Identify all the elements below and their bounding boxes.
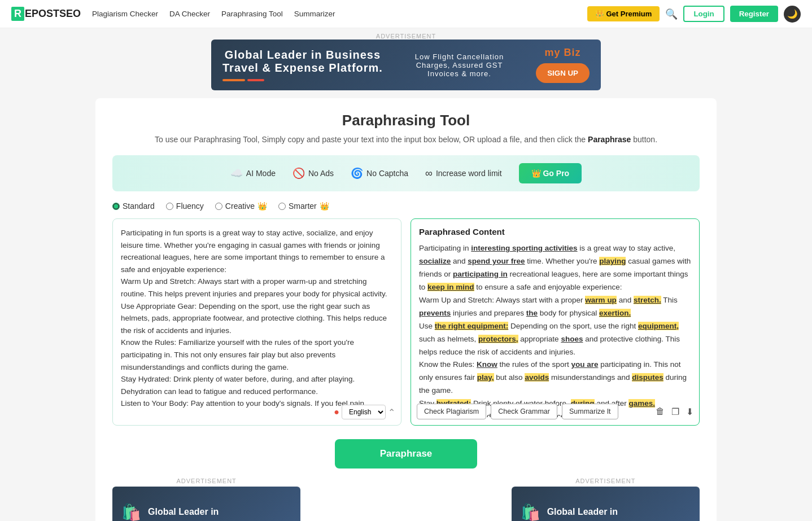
get-premium-button[interactable]: 👑 Get Premium — [587, 6, 660, 21]
register-button[interactable]: Register — [730, 6, 778, 22]
delete-icon[interactable]: 🗑 — [656, 406, 665, 417]
ad-banner-top: ADVERTISEMENT Global Leader in Business … — [0, 28, 812, 91]
login-button[interactable]: Login — [683, 6, 724, 22]
navbar: REPOSTSEO Plagiarism Checker DA Checker … — [0, 0, 812, 28]
nav-summarizer[interactable]: Summarizer — [294, 10, 335, 18]
mode-smarter-radio[interactable] — [278, 203, 286, 210]
red-dot-indicator: ● — [334, 407, 339, 417]
output-footer: Check Plagiarism Check Grammar Summarize… — [417, 404, 693, 419]
features-bar: ☁️ AI Mode 🚫 No Ads 🌀 No Captcha ∞ Incre… — [112, 155, 700, 191]
dark-mode-button[interactable]: 🌙 — [784, 6, 801, 23]
mode-radios: Standard Fluency Creative 👑 Smarter 👑 — [112, 202, 700, 211]
logo-rest: EPOSTSEO — [25, 8, 81, 20]
ad-bottom-right[interactable]: 🛍️ Global Leader in — [512, 487, 700, 521]
ad-bottom-right-text: Global Leader in — [547, 507, 618, 517]
ad-bottom-left[interactable]: 🛍️ Global Leader in — [112, 487, 300, 521]
page-title: Paraphrasing Tool — [112, 112, 700, 129]
nav-plagiarism-checker[interactable]: Plagiarism Checker — [92, 10, 158, 18]
navbar-links: Plagiarism Checker DA Checker Paraphrasi… — [92, 10, 576, 18]
chevron-icon: ⌃ — [388, 407, 395, 418]
language-select[interactable]: English — [342, 405, 386, 419]
paraphrase-button[interactable]: Paraphrase — [335, 439, 478, 469]
ad-bottom-right-label: ADVERTISEMENT — [512, 478, 700, 484]
mode-standard-radio[interactable] — [112, 203, 120, 210]
ad-center-spacer — [312, 478, 500, 521]
no-ads-label: No Ads — [308, 169, 334, 178]
feature-no-captcha: 🌀 No Captcha — [351, 167, 408, 179]
search-icon[interactable]: 🔍 — [665, 8, 678, 20]
ad-bottom-left-label: ADVERTISEMENT — [112, 478, 300, 484]
nav-da-checker[interactable]: DA Checker — [169, 10, 210, 18]
ads-bottom: ADVERTISEMENT 🛍️ Global Leader in ADVERT… — [112, 478, 700, 521]
go-pro-button[interactable]: 👑 Go Pro — [519, 163, 582, 183]
feature-word-limit: ∞ Increase word limit — [425, 168, 502, 179]
input-panel: ● English ⌃ — [112, 218, 401, 426]
mode-fluency-radio[interactable] — [166, 203, 173, 210]
navbar-actions: 👑 Get Premium 🔍 Login Register 🌙 — [587, 6, 801, 23]
output-action-buttons: Check Plagiarism Check Grammar Summarize… — [417, 404, 618, 419]
check-grammar-button[interactable]: Check Grammar — [491, 404, 557, 419]
mode-standard-label[interactable]: Standard — [112, 202, 155, 211]
download-icon[interactable]: ⬇ — [686, 406, 693, 417]
check-plagiarism-button[interactable]: Check Plagiarism — [417, 404, 486, 419]
paraphrase-btn-row: Paraphrase — [112, 439, 700, 469]
ad-top-text-left: Global Leader in Business Travel & Expen… — [222, 49, 383, 81]
ad-signup-button[interactable]: SIGN UP — [536, 63, 590, 83]
summarize-button[interactable]: Summarize It — [562, 404, 618, 419]
logo-r: R — [11, 7, 24, 21]
main-container: Paraphrasing Tool To use our Paraphrasin… — [95, 98, 717, 521]
editor-area: ● English ⌃ Paraphrased Content Particip… — [112, 218, 700, 426]
ai-mode-icon: ☁️ — [230, 167, 243, 179]
feature-ai-mode: ☁️ AI Mode — [230, 167, 276, 179]
output-content: Participating in interesting sporting ac… — [419, 242, 691, 417]
input-panel-footer: ● English ⌃ — [334, 405, 395, 419]
no-ads-icon: 🚫 — [293, 167, 305, 179]
no-captcha-icon: 🌀 — [351, 167, 363, 179]
ad-top-image[interactable]: Global Leader in Business Travel & Expen… — [211, 40, 601, 90]
output-utility-icons: 🗑 ❐ ⬇ — [656, 406, 693, 417]
copy-icon[interactable]: ❐ — [671, 406, 679, 417]
ad-top-label: ADVERTISEMENT — [376, 33, 436, 40]
logo[interactable]: REPOSTSEO — [11, 7, 81, 21]
output-header: Paraphrased Content — [419, 227, 691, 237]
mode-smarter-label[interactable]: Smarter 👑 — [278, 202, 329, 211]
mode-creative-label[interactable]: Creative 👑 — [215, 202, 267, 211]
ai-mode-label: AI Mode — [246, 169, 276, 178]
mode-fluency-label[interactable]: Fluency — [166, 202, 204, 211]
no-captcha-label: No Captcha — [366, 169, 408, 178]
mode-creative-radio[interactable] — [215, 203, 222, 210]
word-limit-icon: ∞ — [425, 168, 433, 179]
input-textarea[interactable] — [121, 227, 393, 408]
feature-no-ads: 🚫 No Ads — [293, 167, 334, 179]
nav-paraphrasing-tool[interactable]: Paraphrasing Tool — [221, 10, 283, 18]
ad-bottom-right-icon: 🛍️ — [521, 503, 540, 522]
ad-bottom-left-text: Global Leader in — [148, 507, 219, 517]
ad-top-brand: my Biz — [545, 47, 581, 59]
ad-top-text-right: Low Flight Cancellation Charges, Assured… — [415, 52, 504, 78]
word-limit-label: Increase word limit — [436, 169, 502, 178]
ad-bottom-left-icon: 🛍️ — [121, 503, 141, 522]
output-panel: Paraphrased Content Participating in int… — [411, 218, 700, 426]
page-description: To use our Paraphrasing Tool, Simply cop… — [112, 135, 700, 144]
